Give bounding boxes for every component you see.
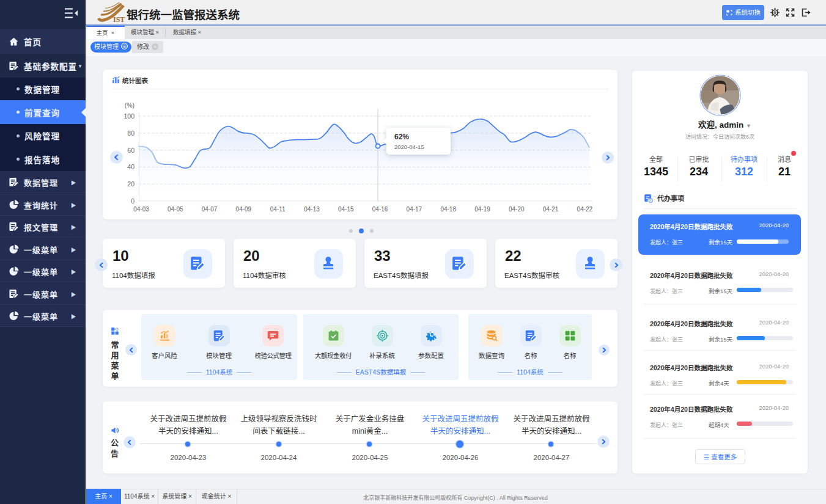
svg-text:04-20: 04-20 xyxy=(509,206,525,213)
svg-text:04-05: 04-05 xyxy=(168,206,183,213)
svg-text:04-22: 04-22 xyxy=(577,206,593,213)
svg-text:0: 0 xyxy=(131,197,135,205)
svg-text:100: 100 xyxy=(124,112,135,120)
svg-text:04-16: 04-16 xyxy=(372,206,388,213)
svg-text:04-17: 04-17 xyxy=(407,206,422,213)
svg-text:(%): (%) xyxy=(125,101,135,109)
svg-text:20: 20 xyxy=(127,180,135,188)
svg-text:40: 40 xyxy=(127,163,135,170)
svg-text:04-03: 04-03 xyxy=(133,206,149,213)
svg-text:04-11: 04-11 xyxy=(270,206,286,213)
svg-text:04-21: 04-21 xyxy=(543,206,559,213)
svg-text:04-13: 04-13 xyxy=(304,206,320,213)
svg-text:04-18: 04-18 xyxy=(440,206,456,213)
svg-text:IST: IST xyxy=(113,15,125,23)
svg-text:80: 80 xyxy=(127,130,135,137)
svg-text:60: 60 xyxy=(127,147,135,154)
svg-text:04-19: 04-19 xyxy=(474,206,490,213)
svg-text:04-07: 04-07 xyxy=(202,206,218,213)
svg-text:04-15: 04-15 xyxy=(338,206,354,213)
svg-text:04-09: 04-09 xyxy=(236,206,252,213)
